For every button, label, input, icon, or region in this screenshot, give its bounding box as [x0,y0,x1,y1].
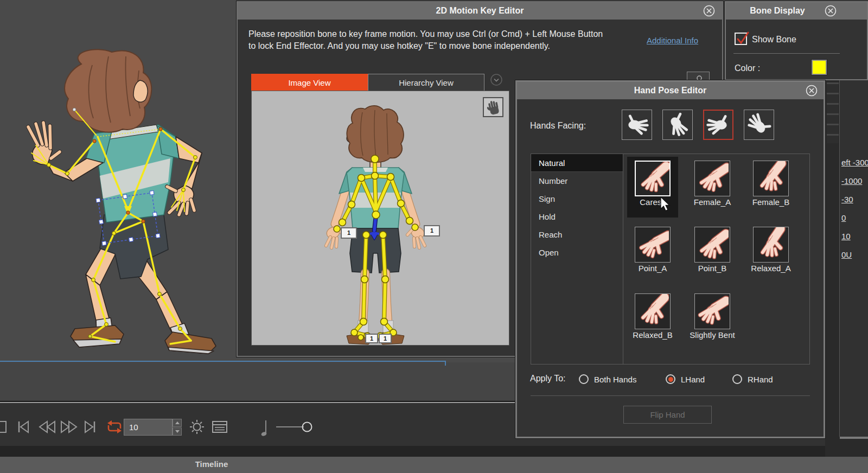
clipped-link-3[interactable]: -30 [841,195,853,204]
lock-badge-left-foot[interactable]: 1 [365,334,378,343]
clipped-list-rows [827,82,839,143]
chevron-down-icon[interactable] [490,73,503,86]
zoom-slider-handle [303,423,312,432]
render-style-icon[interactable] [188,415,206,439]
hand-pose-editor-title: Hand Pose Editor [634,86,706,95]
lock-badge-left-hand[interactable]: 1 [341,227,357,239]
show-bone-label: Show Bone [752,35,796,44]
flip-hand-button[interactable]: Flip Hand [623,406,712,424]
hand-pose-icon [695,294,729,328]
timeline-list-icon[interactable] [210,415,229,439]
category-open[interactable]: Open [531,244,623,261]
key-note-icon[interactable] [257,415,272,439]
radio-rhand[interactable] [732,374,742,384]
pose-female-a[interactable] [694,161,730,196]
radio-both-hands[interactable] [579,374,589,384]
hand-pose-icon [695,227,729,261]
bone-color-swatch[interactable] [812,60,827,75]
pose-point-b[interactable] [694,227,730,263]
hand-pose-icon [635,294,669,328]
tab-image-view[interactable]: Image View [251,74,368,92]
hand-pose-icon [695,161,729,195]
mouse-cursor [660,196,674,213]
category-sign[interactable]: Sign [531,190,623,208]
clipped-link-2[interactable]: -1000 [841,176,862,186]
frame-spinner-down[interactable] [173,427,182,436]
radio-lhand[interactable] [666,374,675,384]
pose-category-list: Natural Number Sign Hold Reach Open [531,154,623,364]
hand-facing-curl-down-button[interactable] [662,110,693,140]
hand-pose-editor-window: Hand Pose Editor Hands Facing: Natural [515,80,825,438]
hand-tool-icon [484,98,502,117]
instructions-line-1: Please reposition bone to key frame moti… [248,28,603,40]
hand-point-down-icon [705,112,731,138]
clipped-window-bottom-border [840,437,868,439]
pose-relaxed-a[interactable] [753,227,789,263]
hand-pose-icon [754,227,787,261]
stage-canvas-character[interactable] [0,0,237,365]
pose-female-b-label: Female_B [736,197,806,207]
frame-spinner-up[interactable] [173,419,182,427]
category-hold[interactable]: Hold [531,208,623,226]
stop-button[interactable] [0,415,9,439]
pose-relaxed-b[interactable] [635,293,671,329]
red-check-icon [736,34,750,47]
clipped-link-1[interactable]: eft -300 [841,158,868,167]
clipped-link-5[interactable]: 10 [841,232,851,241]
rewind-button[interactable] [37,415,56,439]
preview-character [251,91,509,346]
loop-playback-button[interactable] [105,415,124,439]
close-icon[interactable] [825,5,837,17]
lock-badge-right-foot[interactable]: 1 [379,334,392,343]
pose-relaxed-a-label: Relaxed_A [736,264,806,273]
hand-pose-icon [754,161,787,195]
clipped-link-6[interactable]: 0U [841,250,852,259]
fast-forward-button[interactable] [60,415,79,439]
clipped-link-4[interactable]: 0 [841,213,846,222]
hands-facing-label: Hands Facing: [530,121,586,131]
pose-slightly-bent[interactable] [694,293,730,329]
category-number[interactable]: Number [531,172,623,190]
timeline-panel-title: Timeline [0,459,423,469]
motion-key-editor-titlebar[interactable]: 2D Motion Key Editor [238,2,722,20]
timeline-range-highlight [0,361,446,362]
hand-pose-editor-titlebar[interactable]: Hand Pose Editor [517,82,824,99]
category-reach[interactable]: Reach [531,226,623,244]
radio-rhand-label[interactable]: RHand [748,375,773,384]
timeline-header-gap [0,446,868,457]
close-icon[interactable] [806,85,818,97]
bone-display-titlebar[interactable]: Bone Display [726,2,867,20]
hand-facing-back-button[interactable] [744,110,774,140]
bone-display-window: Bone Display Show Bone Color : [725,1,868,80]
go-to-start-button[interactable] [15,415,31,439]
hand-back-icon [746,112,772,138]
show-bone-checkbox[interactable] [735,33,747,45]
additional-info-link[interactable]: Additional Info [647,36,698,45]
radio-both-hands-label[interactable]: Both Hands [594,375,636,384]
hand-pose-icon [635,227,669,261]
bone-display-title: Bone Display [750,6,805,16]
pose-point-a[interactable] [635,227,671,263]
pose-female-b[interactable] [753,161,789,196]
bone-color-label: Color : [735,63,760,73]
app-screen: Timeline [0,0,868,473]
tab-hierarchy-view[interactable]: Hierarchy View [368,74,484,92]
zoom-slider[interactable] [274,415,317,439]
hand-facing-point-down-button[interactable] [703,110,733,140]
magnifier-icon [687,72,709,81]
pose-caress[interactable] [635,161,671,196]
go-to-end-button[interactable] [82,415,99,439]
hand-pose-icon [636,162,669,195]
close-icon[interactable] [703,5,715,17]
current-frame-input[interactable] [124,419,173,436]
lock-badge-right-hand[interactable]: 1 [424,225,440,237]
radio-lhand-label[interactable]: LHand [681,375,705,384]
hand-palm-up-icon [624,112,650,138]
hand-facing-palm-up-button[interactable] [622,110,652,140]
category-natural[interactable]: Natural [531,154,623,172]
instructions-line-2: to lock End Effector. And you may use ho… [248,40,550,52]
pan-hand-tool-button[interactable] [483,97,503,117]
apply-divider [531,395,810,396]
hand-curl-down-icon [665,112,691,138]
apply-to-label: Apply To: [530,374,566,383]
